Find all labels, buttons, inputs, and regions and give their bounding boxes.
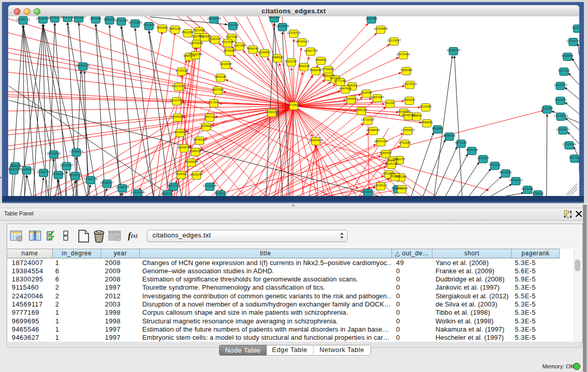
svg-text:6497568: 6497568 [339,87,352,90]
svg-text:12213967: 12213967 [387,39,401,42]
svg-text:16782759: 16782759 [116,186,129,189]
svg-text:12923448: 12923448 [131,191,145,194]
svg-text:535944: 535944 [201,124,212,127]
svg-text:9245331: 9245331 [161,192,173,195]
svg-text:10958167: 10958167 [100,181,114,184]
svg-text:12975115: 12975115 [403,82,417,85]
svg-text:6899695: 6899695 [421,121,433,124]
svg-text:9146821: 9146821 [258,51,271,54]
svg-text:1498222: 1498222 [189,149,202,152]
svg-text:7032621: 7032621 [489,163,501,166]
svg-text:1733426: 1733426 [396,187,408,190]
svg-text:20206556: 20206556 [47,152,61,155]
svg-text:9115460: 9115460 [420,105,432,108]
svg-text:9756928: 9756928 [399,141,411,144]
svg-text:19218506: 19218506 [276,25,290,28]
svg-text:1615132: 1615132 [385,162,398,165]
svg-text:17957225: 17957225 [84,178,98,181]
svg-text:10807487: 10807487 [371,96,384,99]
svg-text:1588520: 1588520 [271,56,284,59]
svg-text:7485063: 7485063 [400,69,412,72]
svg-text:18724007: 18724007 [287,103,301,106]
svg-text:9329906: 9329906 [561,54,574,57]
svg-text:417006: 417006 [209,101,220,104]
svg-text:8990448: 8990448 [310,69,322,72]
svg-text:23975857: 23975857 [60,164,74,167]
svg-text:10654112: 10654112 [509,179,523,182]
svg-text:7986322: 7986322 [355,108,367,112]
svg-text:7955812: 7955812 [315,58,327,61]
svg-text:17016504: 17016504 [562,143,576,146]
svg-text:16107554: 16107554 [170,99,184,102]
svg-text:9327546: 9327546 [226,35,238,38]
svg-text:1362615: 1362615 [298,64,310,68]
svg-text:12093872: 12093872 [554,83,568,86]
svg-text:15720407: 15720407 [361,118,375,121]
svg-text:15692971: 15692971 [556,128,570,131]
svg-text:699844: 699844 [411,114,422,117]
svg-text:14136141: 14136141 [374,184,388,187]
svg-text:3215958: 3215958 [541,107,553,110]
svg-text:8813054: 8813054 [268,16,280,19]
svg-text:9327508: 9327508 [222,40,234,43]
svg-text:9227342: 9227342 [558,69,570,72]
svg-text:16543362: 16543362 [190,41,204,45]
svg-text:13751074: 13751074 [567,39,579,42]
svg-text:16210643: 16210643 [554,114,568,117]
svg-text:7357224: 7357224 [227,24,239,27]
svg-text:10688609: 10688609 [366,128,380,132]
svg-text:3875685: 3875685 [223,49,235,52]
svg-text:9457771: 9457771 [167,184,180,187]
svg-text:19166827: 19166827 [173,130,187,134]
svg-text:10025433: 10025433 [397,110,411,113]
svg-text:2367608: 2367608 [233,44,246,47]
svg-text:10154808: 10154808 [374,27,388,30]
svg-text:62160: 62160 [386,101,395,104]
svg-text:9463627: 9463627 [403,98,416,101]
svg-text:10719185: 10719185 [115,19,128,22]
svg-text:2087682: 2087682 [365,17,378,20]
svg-text:18640910: 18640910 [295,40,309,43]
svg-text:1167534: 1167534 [569,156,579,159]
svg-text:12942757: 12942757 [37,170,51,173]
svg-text:9242848: 9242848 [220,62,232,65]
svg-text:14055712: 14055712 [16,18,30,21]
svg-text:18807249: 18807249 [374,140,388,143]
svg-text:8186328: 8186328 [209,37,221,40]
svg-text:25300293: 25300293 [265,111,279,114]
svg-text:9245652: 9245652 [521,187,534,190]
svg-text:17654923: 17654923 [401,128,415,132]
svg-text:7663822: 7663822 [156,26,168,29]
svg-text:16713155: 16713155 [128,21,142,24]
svg-text:3624554: 3624554 [360,91,373,94]
svg-text:7625402: 7625402 [175,172,187,176]
svg-text:1612074: 1612074 [386,158,399,161]
svg-text:1691144: 1691144 [191,173,203,176]
svg-text:8471676: 8471676 [499,171,512,174]
svg-text:5322605: 5322605 [193,29,205,32]
svg-text:7515526: 7515526 [143,24,155,27]
svg-text:23420046: 23420046 [189,53,203,56]
svg-text:10246452: 10246452 [361,190,375,193]
svg-text:16033809: 16033809 [207,17,221,20]
svg-text:19384554: 19384554 [309,139,323,142]
svg-text:16099488: 16099488 [185,160,199,163]
svg-text:9777169: 9777169 [334,79,346,82]
svg-text:6379197: 6379197 [455,141,467,144]
svg-text:16648784: 16648784 [447,49,461,52]
svg-text:252134: 252134 [390,174,401,178]
svg-text:10653267: 10653267 [72,16,86,19]
svg-text:1835061: 1835061 [9,164,21,167]
svg-text:8912954: 8912954 [182,31,194,34]
svg-text:9750412: 9750412 [532,192,544,195]
svg-text:11325419: 11325419 [287,31,301,34]
svg-text:21364436: 21364436 [344,97,358,100]
svg-text:2933114: 2933114 [477,157,490,160]
svg-text:12505135: 12505135 [69,173,82,177]
svg-text:8960124: 8960124 [169,27,181,30]
svg-text:10973493: 10973493 [397,53,410,56]
svg-text:10046758: 10046758 [178,146,191,149]
svg-text:8427552: 8427552 [212,88,224,91]
svg-text:2803144: 2803144 [214,75,227,78]
svg-text:8678412: 8678412 [214,192,227,195]
